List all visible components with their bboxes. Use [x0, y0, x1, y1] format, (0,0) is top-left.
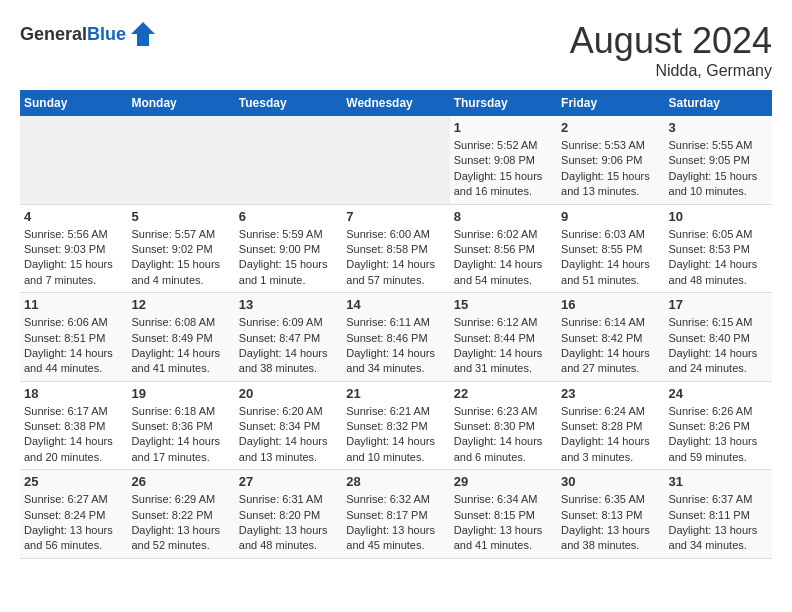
- day-info: Sunrise: 5:59 AMSunset: 9:00 PMDaylight:…: [239, 227, 338, 289]
- day-info: Sunrise: 6:14 AMSunset: 8:42 PMDaylight:…: [561, 315, 660, 377]
- logo-blue: Blue: [87, 24, 126, 44]
- day-info: Sunrise: 6:23 AMSunset: 8:30 PMDaylight:…: [454, 404, 553, 466]
- calendar-cell: 11Sunrise: 6:06 AMSunset: 8:51 PMDayligh…: [20, 293, 127, 382]
- calendar-cell: 19Sunrise: 6:18 AMSunset: 8:36 PMDayligh…: [127, 381, 234, 470]
- day-header-wednesday: Wednesday: [342, 90, 449, 116]
- day-number: 7: [346, 209, 445, 224]
- day-number: 15: [454, 297, 553, 312]
- day-number: 30: [561, 474, 660, 489]
- calendar-cell: 3Sunrise: 5:55 AMSunset: 9:05 PMDaylight…: [665, 116, 772, 204]
- calendar-cell: 30Sunrise: 6:35 AMSunset: 8:13 PMDayligh…: [557, 470, 664, 559]
- day-number: 22: [454, 386, 553, 401]
- day-number: 2: [561, 120, 660, 135]
- day-info: Sunrise: 5:55 AMSunset: 9:05 PMDaylight:…: [669, 138, 768, 200]
- day-info-line: Sunset: 9:06 PM: [561, 154, 642, 166]
- calendar-cell: 13Sunrise: 6:09 AMSunset: 8:47 PMDayligh…: [235, 293, 342, 382]
- week-row-0: 1Sunrise: 5:52 AMSunset: 9:08 PMDaylight…: [20, 116, 772, 204]
- day-info-line: Sunset: 8:34 PM: [239, 420, 320, 432]
- day-info-line: Sunrise: 6:27 AM: [24, 493, 108, 505]
- day-info-line: Sunset: 8:22 PM: [131, 509, 212, 521]
- day-info-line: Sunrise: 6:12 AM: [454, 316, 538, 328]
- day-info-line: Daylight: 14 hours and 38 minutes.: [239, 347, 328, 374]
- calendar-cell: 18Sunrise: 6:17 AMSunset: 8:38 PMDayligh…: [20, 381, 127, 470]
- calendar-cell: 31Sunrise: 6:37 AMSunset: 8:11 PMDayligh…: [665, 470, 772, 559]
- calendar-cell: 12Sunrise: 6:08 AMSunset: 8:49 PMDayligh…: [127, 293, 234, 382]
- day-info-line: Daylight: 13 hours and 38 minutes.: [561, 524, 650, 551]
- calendar-table: SundayMondayTuesdayWednesdayThursdayFrid…: [20, 90, 772, 559]
- day-info: Sunrise: 5:56 AMSunset: 9:03 PMDaylight:…: [24, 227, 123, 289]
- day-info: Sunrise: 6:20 AMSunset: 8:34 PMDaylight:…: [239, 404, 338, 466]
- calendar-cell: 9Sunrise: 6:03 AMSunset: 8:55 PMDaylight…: [557, 204, 664, 293]
- day-info-line: Daylight: 14 hours and 34 minutes.: [346, 347, 435, 374]
- day-info-line: Daylight: 14 hours and 20 minutes.: [24, 435, 113, 462]
- day-info-line: Sunrise: 6:23 AM: [454, 405, 538, 417]
- day-info-line: Daylight: 14 hours and 17 minutes.: [131, 435, 220, 462]
- calendar-cell: [235, 116, 342, 204]
- header-row: SundayMondayTuesdayWednesdayThursdayFrid…: [20, 90, 772, 116]
- day-info-line: Sunset: 8:30 PM: [454, 420, 535, 432]
- day-info-line: Daylight: 14 hours and 3 minutes.: [561, 435, 650, 462]
- day-info-line: Daylight: 13 hours and 59 minutes.: [669, 435, 758, 462]
- day-info-line: Sunrise: 6:11 AM: [346, 316, 430, 328]
- logo-icon: [129, 20, 157, 48]
- day-info-line: Sunrise: 6:31 AM: [239, 493, 323, 505]
- day-info-line: Daylight: 14 hours and 10 minutes.: [346, 435, 435, 462]
- day-info-line: Daylight: 13 hours and 52 minutes.: [131, 524, 220, 551]
- calendar-subtitle: Nidda, Germany: [570, 62, 772, 80]
- calendar-cell: 1Sunrise: 5:52 AMSunset: 9:08 PMDaylight…: [450, 116, 557, 204]
- day-info-line: Sunset: 8:38 PM: [24, 420, 105, 432]
- title-block: August 2024 Nidda, Germany: [570, 20, 772, 80]
- day-info-line: Sunset: 8:56 PM: [454, 243, 535, 255]
- day-info-line: Daylight: 14 hours and 54 minutes.: [454, 258, 543, 285]
- day-info-line: Sunset: 8:26 PM: [669, 420, 750, 432]
- day-info: Sunrise: 6:08 AMSunset: 8:49 PMDaylight:…: [131, 315, 230, 377]
- day-info: Sunrise: 6:31 AMSunset: 8:20 PMDaylight:…: [239, 492, 338, 554]
- day-info-line: Daylight: 14 hours and 51 minutes.: [561, 258, 650, 285]
- week-row-4: 25Sunrise: 6:27 AMSunset: 8:24 PMDayligh…: [20, 470, 772, 559]
- day-info: Sunrise: 6:18 AMSunset: 8:36 PMDaylight:…: [131, 404, 230, 466]
- day-info-line: Sunset: 8:44 PM: [454, 332, 535, 344]
- page-header: GeneralBlue August 2024 Nidda, Germany: [20, 20, 772, 80]
- calendar-cell: 26Sunrise: 6:29 AMSunset: 8:22 PMDayligh…: [127, 470, 234, 559]
- calendar-cell: 24Sunrise: 6:26 AMSunset: 8:26 PMDayligh…: [665, 381, 772, 470]
- day-info-line: Sunrise: 5:56 AM: [24, 228, 108, 240]
- calendar-cell: 4Sunrise: 5:56 AMSunset: 9:03 PMDaylight…: [20, 204, 127, 293]
- day-info-line: Sunset: 8:24 PM: [24, 509, 105, 521]
- day-info-line: Sunset: 8:11 PM: [669, 509, 750, 521]
- day-number: 27: [239, 474, 338, 489]
- day-info-line: Sunset: 8:28 PM: [561, 420, 642, 432]
- day-info-line: Sunset: 8:15 PM: [454, 509, 535, 521]
- day-number: 8: [454, 209, 553, 224]
- day-info-line: Sunset: 9:05 PM: [669, 154, 750, 166]
- calendar-cell: 21Sunrise: 6:21 AMSunset: 8:32 PMDayligh…: [342, 381, 449, 470]
- day-info-line: Sunset: 9:03 PM: [24, 243, 105, 255]
- day-info-line: Sunrise: 6:18 AM: [131, 405, 215, 417]
- day-info-line: Sunrise: 5:55 AM: [669, 139, 753, 151]
- day-info-line: Sunrise: 6:20 AM: [239, 405, 323, 417]
- day-info-line: Sunrise: 6:06 AM: [24, 316, 108, 328]
- calendar-cell: 8Sunrise: 6:02 AMSunset: 8:56 PMDaylight…: [450, 204, 557, 293]
- day-number: 24: [669, 386, 768, 401]
- day-info-line: Sunset: 9:08 PM: [454, 154, 535, 166]
- day-header-thursday: Thursday: [450, 90, 557, 116]
- day-info-line: Sunset: 8:40 PM: [669, 332, 750, 344]
- day-info-line: Sunrise: 6:15 AM: [669, 316, 753, 328]
- calendar-cell: [127, 116, 234, 204]
- day-number: 6: [239, 209, 338, 224]
- svg-marker-0: [131, 22, 155, 46]
- day-info-line: Sunset: 8:49 PM: [131, 332, 212, 344]
- day-header-monday: Monday: [127, 90, 234, 116]
- day-info: Sunrise: 6:24 AMSunset: 8:28 PMDaylight:…: [561, 404, 660, 466]
- day-number: 28: [346, 474, 445, 489]
- logo-general: General: [20, 24, 87, 44]
- day-info-line: Daylight: 13 hours and 48 minutes.: [239, 524, 328, 551]
- calendar-cell: 2Sunrise: 5:53 AMSunset: 9:06 PMDaylight…: [557, 116, 664, 204]
- day-number: 3: [669, 120, 768, 135]
- day-info-line: Sunrise: 6:37 AM: [669, 493, 753, 505]
- day-info-line: Sunset: 8:36 PM: [131, 420, 212, 432]
- day-info: Sunrise: 6:29 AMSunset: 8:22 PMDaylight:…: [131, 492, 230, 554]
- day-number: 21: [346, 386, 445, 401]
- day-header-sunday: Sunday: [20, 90, 127, 116]
- day-info-line: Sunrise: 5:52 AM: [454, 139, 538, 151]
- day-info-line: Sunrise: 6:26 AM: [669, 405, 753, 417]
